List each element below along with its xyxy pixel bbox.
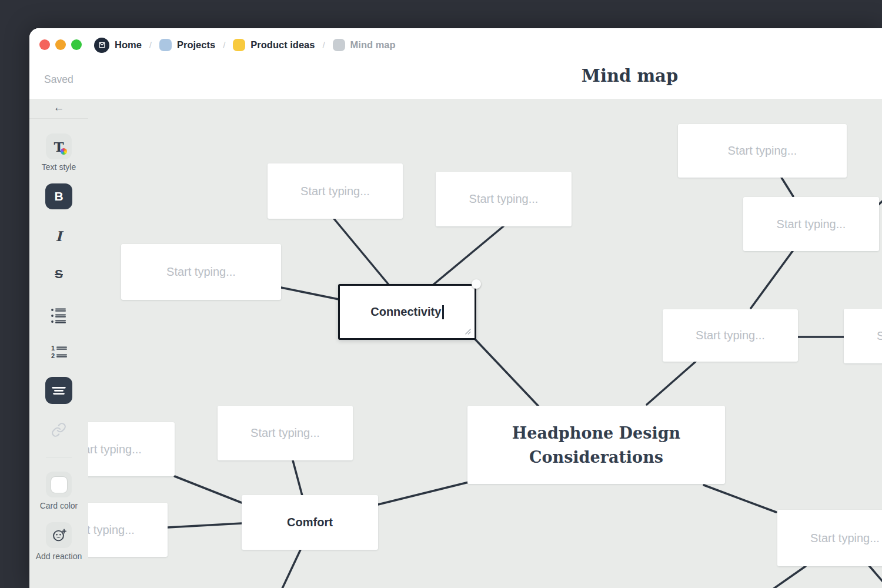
- mindmap-node[interactable]: Start typing...: [88, 503, 168, 557]
- node-placeholder: Start typing...: [250, 426, 320, 440]
- breadcrumb-label: Home: [115, 39, 142, 51]
- italic-button[interactable]: I: [29, 228, 88, 244]
- app-window: Home / Projects / Product ideas / Mind m…: [29, 28, 882, 588]
- mindmap-node-connectivity[interactable]: Connectivity: [338, 284, 476, 340]
- mindmap-node[interactable]: Start typing...: [121, 244, 281, 300]
- mindmap-node[interactable]: Start typing...: [743, 197, 879, 251]
- titlebar: Home / Projects / Product ideas / Mind m…: [29, 28, 882, 99]
- strikethrough-icon: S: [55, 267, 63, 281]
- text-style-button[interactable]: T: [46, 133, 72, 159]
- connection-line: [647, 362, 696, 405]
- node-placeholder: Start typing...: [810, 532, 880, 545]
- node-placeholder: Start typing...: [166, 265, 236, 279]
- connection-line: [334, 219, 389, 285]
- strikethrough-button[interactable]: S: [29, 266, 88, 282]
- craft-logo-icon: [94, 38, 109, 53]
- connection-line: [770, 566, 806, 588]
- node-placeholder: Start typing...: [728, 144, 797, 158]
- node-label: Headphone Design Considerations: [483, 421, 710, 469]
- mindmap-node[interactable]: Start typing...: [436, 172, 572, 226]
- node-label: Comfort: [287, 516, 333, 529]
- mindmap-canvas[interactable]: Start typing... Start typing... Start ty…: [88, 99, 882, 588]
- node-placeholder: Start typing...: [696, 329, 765, 342]
- connection-line: [781, 178, 793, 196]
- connection-line: [869, 566, 882, 588]
- minimize-window-button[interactable]: [55, 39, 66, 50]
- card-color-swatch-icon: [51, 477, 67, 493]
- bold-button[interactable]: B: [45, 183, 72, 209]
- align-center-icon: [51, 382, 67, 399]
- numbered-list-icon: 1 2: [50, 343, 68, 360]
- mindmap-node[interactable]: Start typing...: [88, 422, 175, 476]
- connector-handle[interactable]: [472, 279, 481, 289]
- bold-icon: B: [54, 189, 63, 203]
- save-status: Saved: [44, 74, 74, 86]
- connection-line: [751, 251, 793, 308]
- connection-line: [281, 550, 300, 588]
- italic-icon: I: [56, 228, 62, 244]
- breadcrumb-separator: /: [149, 40, 152, 50]
- mindmap-node[interactable]: Start typing...: [663, 309, 798, 362]
- sidebar-divider: [29, 118, 88, 119]
- page-title: Mind map: [582, 66, 678, 86]
- node-placeholder: Start typing...: [88, 443, 142, 456]
- link-button[interactable]: [29, 422, 88, 438]
- connection-line: [293, 460, 302, 496]
- breadcrumb-item-mind-map: Mind map: [333, 39, 396, 51]
- mindmap-node-comfort[interactable]: Comfort: [242, 495, 378, 550]
- connection-line: [475, 339, 539, 406]
- breadcrumb-separator: /: [223, 40, 225, 50]
- bullet-list-button[interactable]: [29, 307, 88, 325]
- connection-line: [433, 226, 503, 285]
- mindmap-node[interactable]: Start typing...: [678, 124, 847, 178]
- connection-line: [281, 288, 339, 299]
- window-controls: [39, 39, 82, 50]
- connection-line: [704, 485, 776, 512]
- svg-text:1: 1: [51, 345, 55, 352]
- bullet-list-icon: [50, 307, 68, 325]
- collapse-sidebar-button[interactable]: ←: [29, 101, 88, 116]
- node-placeholder: Start typing...: [469, 192, 539, 206]
- blue-folder-square-icon: [159, 39, 172, 51]
- resize-handle-icon[interactable]: [465, 328, 472, 335]
- breadcrumb: Home / Projects / Product ideas / Mind m…: [94, 38, 396, 52]
- close-window-button[interactable]: [39, 39, 50, 50]
- connection-line: [175, 476, 242, 503]
- node-placeholder: Start typing...: [300, 185, 370, 198]
- breadcrumb-item-projects[interactable]: Projects: [159, 39, 215, 51]
- connection-line: [168, 523, 242, 527]
- svg-text:2: 2: [51, 352, 55, 359]
- node-placeholder: Start typing...: [877, 329, 882, 343]
- breadcrumb-item-product-ideas[interactable]: Product ideas: [233, 39, 315, 51]
- format-sidebar: ← T Text style B I S: [29, 99, 89, 588]
- breadcrumb-item-home[interactable]: Home: [94, 38, 142, 53]
- breadcrumb-label: Mind map: [350, 39, 396, 51]
- mindmap-node[interactable]: Start typing...: [777, 510, 882, 566]
- mindmap-node[interactable]: Start typing...: [844, 309, 882, 363]
- mindmap-node[interactable]: Start typing...: [268, 163, 403, 219]
- gray-doc-square-icon: [333, 39, 345, 51]
- link-icon: [51, 422, 66, 437]
- color-wheel-icon: [61, 148, 67, 155]
- card-color-button[interactable]: [46, 472, 72, 497]
- breadcrumb-separator: /: [322, 40, 325, 50]
- mindmap-node[interactable]: Start typing...: [218, 406, 353, 460]
- zoom-window-button[interactable]: [71, 39, 82, 50]
- numbered-list-button[interactable]: 1 2: [29, 343, 88, 360]
- text-cursor: [442, 305, 444, 319]
- connection-line: [378, 482, 469, 505]
- mindmap-node-root[interactable]: Headphone Design Considerations: [467, 406, 725, 484]
- add-reaction-button[interactable]: [46, 522, 72, 548]
- node-placeholder: Start typing...: [777, 218, 846, 231]
- node-label: Connectivity: [370, 305, 441, 319]
- add-reaction-icon: [51, 527, 67, 543]
- node-placeholder: Start typing...: [88, 523, 135, 537]
- yellow-doc-square-icon: [233, 39, 245, 51]
- align-center-button[interactable]: [45, 377, 72, 404]
- breadcrumb-label: Product ideas: [250, 39, 315, 51]
- sidebar-divider: [46, 457, 72, 457]
- breadcrumb-label: Projects: [177, 39, 215, 51]
